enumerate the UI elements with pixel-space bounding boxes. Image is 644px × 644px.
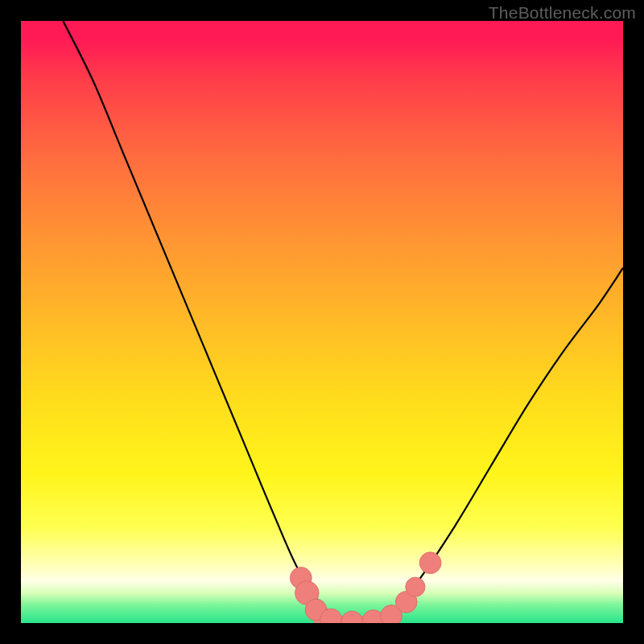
marker-group	[290, 552, 441, 623]
curve-marker	[406, 577, 425, 597]
chart-svg	[21, 21, 623, 623]
curve-marker	[341, 611, 363, 623]
curve-marker	[419, 552, 441, 574]
plot-area	[21, 21, 623, 623]
watermark-text: TheBottleneck.com	[489, 3, 636, 23]
bottleneck-curve	[63, 21, 623, 623]
chart-frame: TheBottleneck.com	[0, 0, 644, 644]
